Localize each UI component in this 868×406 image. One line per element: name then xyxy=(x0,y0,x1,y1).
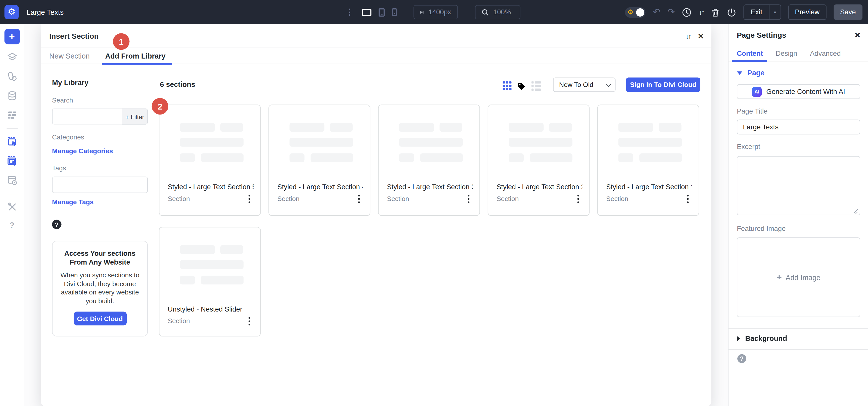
page-group-toggle[interactable]: Page xyxy=(737,69,765,77)
panel-divider xyxy=(728,328,868,329)
tab-content[interactable]: Content xyxy=(737,46,763,61)
card-menu-icon[interactable] xyxy=(356,193,362,206)
filter-button[interactable]: + Filter xyxy=(122,108,148,125)
card-menu-icon[interactable] xyxy=(685,193,691,206)
library-card[interactable]: Styled - Large Text Section 4 Section xyxy=(269,104,370,216)
topbar-page-title: Large Texts xyxy=(27,0,64,24)
tab-advanced[interactable]: Advanced xyxy=(810,46,841,61)
modal-close-icon[interactable]: × xyxy=(698,31,704,40)
get-divi-cloud-button[interactable]: Get Divi Cloud xyxy=(73,312,126,325)
layers-button[interactable] xyxy=(5,50,19,64)
click-mode-button[interactable] xyxy=(5,135,19,148)
card-menu-icon[interactable] xyxy=(246,315,252,327)
rail-divider xyxy=(6,194,17,194)
card-title: Styled - Large Text Section 3 xyxy=(387,183,473,191)
card-menu-icon[interactable] xyxy=(246,193,252,206)
sort-dropdown[interactable]: New To Old xyxy=(553,77,616,92)
generate-ai-button[interactable]: AI Generate Content With AI xyxy=(737,84,860,99)
background-group-toggle[interactable]: Background xyxy=(737,334,787,342)
phone-view-button[interactable] xyxy=(392,8,397,16)
tags-input[interactable] xyxy=(52,177,148,193)
library-card[interactable]: Styled - Large Text Section 1 Section xyxy=(597,104,699,216)
library-card[interactable]: Unstyled - Nested Slider Section xyxy=(159,227,260,336)
zoom-value: 100% xyxy=(493,8,511,16)
panel-close-icon[interactable]: × xyxy=(855,30,860,41)
trash-icon[interactable] xyxy=(711,7,720,17)
library-card[interactable]: Styled - Large Text Section 5 Section xyxy=(159,104,260,216)
preview-mode-button[interactable] xyxy=(5,174,19,187)
help-button[interactable]: ? xyxy=(9,220,14,230)
plus-icon: + xyxy=(9,31,15,42)
modal-expand-icon[interactable]: ↓↑ xyxy=(685,32,690,40)
hover-mode-button[interactable] xyxy=(5,155,19,168)
topbar-view-controls: ⋮ 1400px 100% xyxy=(344,0,520,24)
ai-gear-icon: ⚙ xyxy=(627,8,633,17)
tab-design[interactable]: Design xyxy=(776,46,797,61)
card-title: Styled - Large Text Section 1 xyxy=(606,183,692,191)
exit-caret-icon[interactable]: ▾ xyxy=(770,10,780,15)
save-label: Save xyxy=(840,8,856,16)
divi-cloud-promo-card: Access Your sections From Any Website Wh… xyxy=(52,241,148,336)
canvas-width-field[interactable]: 1400px xyxy=(413,5,458,19)
card-type: Section xyxy=(606,195,628,202)
portability-icon[interactable] xyxy=(727,7,736,17)
excerpt-textarea[interactable] xyxy=(737,156,860,215)
library-card[interactable]: Styled - Large Text Section 2 Section xyxy=(488,104,590,216)
zoom-field[interactable]: 100% xyxy=(475,5,521,19)
sort-arrows-icon[interactable]: ↓↑ xyxy=(699,8,704,16)
add-element-button[interactable]: + xyxy=(4,29,20,44)
card-type: Section xyxy=(167,317,190,325)
modal-title: Insert Section xyxy=(49,32,99,40)
wireframe-button[interactable] xyxy=(5,108,19,122)
list-view-button[interactable] xyxy=(531,81,541,90)
tab-new-section[interactable]: New Section xyxy=(49,48,90,64)
redo-icon[interactable]: ↷ xyxy=(668,8,675,17)
step-badge-1: 1 xyxy=(113,33,129,50)
design-presets-button[interactable] xyxy=(5,70,19,83)
history-icon[interactable] xyxy=(682,7,691,17)
card-menu-icon[interactable] xyxy=(575,193,581,206)
card-menu-icon[interactable] xyxy=(465,193,472,206)
divi-ai-toggle[interactable]: ⚙ xyxy=(625,7,646,18)
excerpt-label: Excerpt xyxy=(737,143,760,151)
panel-help-icon[interactable]: ? xyxy=(737,354,746,363)
tag-view-button[interactable] xyxy=(517,81,526,91)
desktop-view-button[interactable] xyxy=(362,8,371,16)
grid-view-button[interactable] xyxy=(503,82,512,90)
search-input[interactable] xyxy=(52,108,122,125)
exit-button[interactable]: Exit ▾ xyxy=(744,4,781,20)
browser-preview-icon xyxy=(6,175,17,186)
rail-divider xyxy=(6,128,17,129)
zoom-magnifier-icon xyxy=(482,8,489,16)
list-view-icon xyxy=(531,81,541,90)
builder-settings-button[interactable] xyxy=(5,200,19,214)
tablet-view-button[interactable] xyxy=(379,8,385,16)
preview-button[interactable]: Preview xyxy=(788,4,826,20)
database-button[interactable] xyxy=(5,89,19,102)
library-card[interactable]: Styled - Large Text Section 3 Section xyxy=(378,104,480,216)
search-label: Search xyxy=(52,96,73,104)
signin-divi-cloud-button[interactable]: Sign In To Divi Cloud xyxy=(626,77,700,92)
page-title-input[interactable] xyxy=(737,120,860,134)
modal-header: Insert Section ↓↑ × xyxy=(41,24,711,48)
save-button[interactable]: Save xyxy=(833,4,863,20)
step-badge-2: 2 xyxy=(152,98,168,115)
builder-logo-button[interactable]: ⚙ xyxy=(4,5,19,19)
wireframe-rows-icon xyxy=(6,110,17,121)
shapes-icon xyxy=(6,71,17,82)
phone-icon xyxy=(392,8,397,16)
database-icon xyxy=(6,90,17,101)
manage-categories-link[interactable]: Manage Categories xyxy=(52,147,113,155)
card-title: Styled - Large Text Section 5 xyxy=(167,183,253,191)
library-help-icon[interactable]: ? xyxy=(52,220,61,229)
chevron-down-icon xyxy=(606,81,611,87)
add-image-dropzone[interactable]: + Add Image xyxy=(737,238,860,317)
exit-label: Exit xyxy=(744,8,769,16)
width-arrows-icon xyxy=(420,9,424,15)
more-options-icon[interactable]: ⋮ xyxy=(344,7,355,17)
manage-tags-link[interactable]: Manage Tags xyxy=(52,198,94,206)
undo-icon[interactable]: ↶ xyxy=(653,8,660,17)
card-title: Unstyled - Nested Slider xyxy=(167,306,253,313)
tab-add-from-library[interactable]: Add From Library xyxy=(105,48,165,64)
click-mode-icon xyxy=(6,136,17,147)
